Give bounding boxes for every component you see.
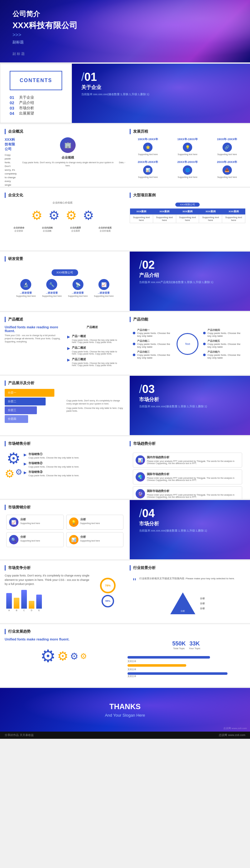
section03-panel: /03 市场分析 当前版本:xxx.xxx.xxx(修改数量:1,替换:1,升级… <box>130 376 250 435</box>
progress-bar-3 <box>128 672 228 675</box>
slide-company-overview: 企业概况 XXX科技有限公司 Copy paste fonts. Don't w… <box>0 124 250 187</box>
overview-card-1: 🏢 企业规模 Copy paste fonts. Don't worry, it… <box>20 137 116 167</box>
contents-label: CONTENTS <box>20 78 52 83</box>
company-overview-title: 企业概况 <box>5 129 120 134</box>
product-display-desc2: Copy paste fonts. Choose the key only ta… <box>66 407 125 413</box>
bar-item-1: A <box>6 593 12 612</box>
layer-2: 分层二 <box>5 398 46 405</box>
market-sales-item-1: ▶ 市场销售① Copy paste fonts. Choose the key… <box>24 452 120 459</box>
trend-card-content-2: 国际市场趋势分析 Please enter your analysis PPT … <box>147 472 240 481</box>
marketing-icon-1: 📈 <box>9 518 19 527</box>
hero-title2: XXX科技有限公司 <box>12 20 78 31</box>
market-marketing-panel: 市场营销分析 📈 分析 Supporting text here 💡 分析 Su… <box>0 500 130 559</box>
card-text-1: Copy paste fonts. Don't worry, it's comp… <box>20 161 116 167</box>
projects-table: XXX案例 XXX案例 XXX案例 XXX案例 XXX案例 Supporting… <box>130 209 245 223</box>
bar-label-3: C <box>23 609 25 612</box>
func-dot-1 <box>133 332 135 334</box>
slide-product-overview: 产品概述 Unified fonts make reading more flu… <box>0 312 250 375</box>
bar-item-3: C <box>21 590 27 612</box>
marketing-content-1: 分析 Supporting text here <box>20 518 40 524</box>
stat-2: 33K Your Topic <box>189 641 200 650</box>
func-text-4: 产品功能四 Copy paste fonts. Choose the key o… <box>207 328 242 337</box>
section04-title: 市场分析 <box>139 521 241 527</box>
gear-icon-3: ⚙ <box>63 208 79 223</box>
section01-slash: /01 <box>81 71 241 83</box>
marketing-content-4: 分析 Supporting text here <box>80 535 100 542</box>
product-desc: Think your CSS - xxx.xxx to change by a … <box>5 334 61 343</box>
bar-2 <box>14 598 19 609</box>
section02-panel: /02 产品介绍 当前版本:xxx.xxx产品规划(修改数量:1,替换:1,升级… <box>130 252 250 311</box>
hero-subtitle: 副标题 <box>12 40 78 45</box>
research-icon-2: 🔧 <box>46 279 57 290</box>
section04-desc: 当前版本:xxx.xxx.xxx(修改数量:1,替换:1,升级:1,删除:1) <box>139 529 241 533</box>
quote-text: 行业前景分析相关文字描述文字段落内容. Please make your key… <box>139 577 242 581</box>
industry-gear-2: ⚙ <box>57 649 68 663</box>
func-item-6: 产品功能六 Copy paste fonts. Choose the key o… <box>203 350 242 359</box>
company-overview-panel: 企业概况 XXX科技有限公司 Copy paste fonts. Don't w… <box>0 124 125 187</box>
func-dot-3 <box>133 353 135 356</box>
func-item-3: 产品功能三 Copy paste fonts. Choose the key o… <box>133 350 172 359</box>
hero-title1: 公司简介 <box>12 9 78 19</box>
market-sales-title: 市场销售分析 <box>5 441 120 446</box>
bar-label-5: E <box>38 609 40 612</box>
proj-cell-1: Supporting text here <box>130 215 153 223</box>
timeline-row-1: 19XX年-19XX年 ⭐ Supporting text here 19XX年… <box>130 137 245 155</box>
section03-title: 市场分析 <box>139 396 241 403</box>
hero-bottom-label: 副 标 题 <box>12 52 25 56</box>
func-text-1: 产品功能一 Copy paste fonts. Choose the key o… <box>137 328 172 337</box>
progress-col-1: 支持文本 支持文本 支持文本 <box>128 656 246 678</box>
gear-icon-2: ⚙ <box>46 208 62 223</box>
trend-icon-3: 🔮 <box>136 489 145 498</box>
research-item-4: 📈 ...研发背景 Supporting text here <box>94 279 114 298</box>
func-dot-5 <box>203 343 205 345</box>
gear-icon-4: ⚙ <box>81 208 96 223</box>
bar-label-1: A <box>8 609 10 612</box>
market-sales-content-3: 市场销售③ Copy paste fonts. Choose the key o… <box>28 470 79 477</box>
section02-desc: 当前版本:xxx.xxx产品规划(修改数量:1,替换:1,升级:1,删除:1) <box>139 280 241 284</box>
industry-dev-right: 550K Total Topic 33K Your Topic 支持文本 支持文… <box>128 637 246 678</box>
culture-gears: ⚙ ⚙ ⚙ ⚙ <box>5 208 120 223</box>
tl-item-6: 20XX年-20XX年 📤 Supporting text here <box>209 160 245 178</box>
marketing-content-2: 分析 Supporting text here <box>80 518 100 524</box>
proj-cell-3: Supporting text here <box>176 215 199 223</box>
culture-panel: 企业文化 企业的核心价值观 ⚙ ⚙ ⚙ ⚙ 企业的使命 企业使命 企业的战略 企… <box>0 188 125 250</box>
card-title-2: 企业产品 <box>118 155 125 160</box>
tl-item-2: 19XX年-19XX年 💡 Supporting text here <box>169 137 206 155</box>
market-gear-med1: ⚙ <box>5 468 15 480</box>
market-trend-title: 市场趋势分析 <box>130 441 245 446</box>
slide-hero: 公司简介 XXX科技有限公司 >>> 副标题 副 标 题 <box>0 0 250 62</box>
marketing-card-4: 📊 分析 Supporting text here <box>66 532 124 547</box>
product-slogan: Unified fonts make reading more fluent. <box>5 325 61 333</box>
product-display-desc1: Copy paste fonts. Don't worry, it's comp… <box>66 399 125 405</box>
market-sales-list: ▶ 市场销售① Copy paste fonts. Choose the key… <box>24 452 120 477</box>
industry-progress-bars: 支持文本 支持文本 支持文本 <box>128 656 246 678</box>
trend-card-1: 📊 国内市场趋势分析 Please enter your analysis PP… <box>133 453 242 468</box>
projects-header-5: XXX案例 <box>222 209 245 215</box>
tl-icon-3: 🔗 <box>222 143 232 152</box>
research-icon-3: 📡 <box>73 279 83 290</box>
competition-circles: 78% 55% <box>95 578 120 608</box>
product-item-content-1: 产品一概述 Copy paste fonts. Choose the key o… <box>72 334 117 343</box>
marketing-card-2: 💡 分析 Supporting text here <box>66 515 124 530</box>
marketing-icon-3: 🔍 <box>9 535 19 544</box>
section04-num-block: /04 <box>139 508 241 519</box>
tl-icon-4: 📊 <box>143 165 152 175</box>
func-item-5: 产品功能五 Copy paste fonts. Choose the key o… <box>203 339 242 348</box>
tl-item-5: 20XX年-20XX年 🌐 Supporting text here <box>169 160 206 178</box>
hero-arrows: >>> <box>12 32 78 38</box>
marketing-icon-2: 💡 <box>69 518 78 527</box>
slide-research-section02: 研发背景 XXX有限公司 🔬 ...研发背景 Supporting text h… <box>0 252 250 311</box>
footer-bar: 分享好作品 天天泰收益 志设网 www.zs9.com <box>0 732 250 739</box>
triangle-inner-label: 分析 <box>180 610 185 613</box>
arrow-icon-3: ▶ <box>67 358 70 362</box>
marketing-items: 📈 分析 Supporting text here 💡 分析 Supportin… <box>5 513 125 549</box>
contents-box: CONTENTS <box>10 71 62 90</box>
func-text-3: 产品功能三 Copy paste fonts. Choose the key o… <box>137 350 172 359</box>
section01-content: /01 关于企业 当前版本:xxx.xxx.xxx(修改数量:1,替换:1,升级… <box>72 64 250 104</box>
trend-card-content-1: 国内市场趋势分析 Please enter your analysis PPT … <box>147 455 240 464</box>
slide-competition-outlook: 市场竞争分析 Copy paste fonts. Don't worry, it… <box>0 561 250 623</box>
tl-label-2: 分析 <box>200 602 205 605</box>
industry-gear-3: ⚙ <box>70 651 78 662</box>
market-sales-item-2: ▶ 市场销售② Copy paste fonts. Choose the key… <box>24 461 120 468</box>
func-text-5: 产品功能五 Copy paste fonts. Choose the key o… <box>207 339 242 348</box>
